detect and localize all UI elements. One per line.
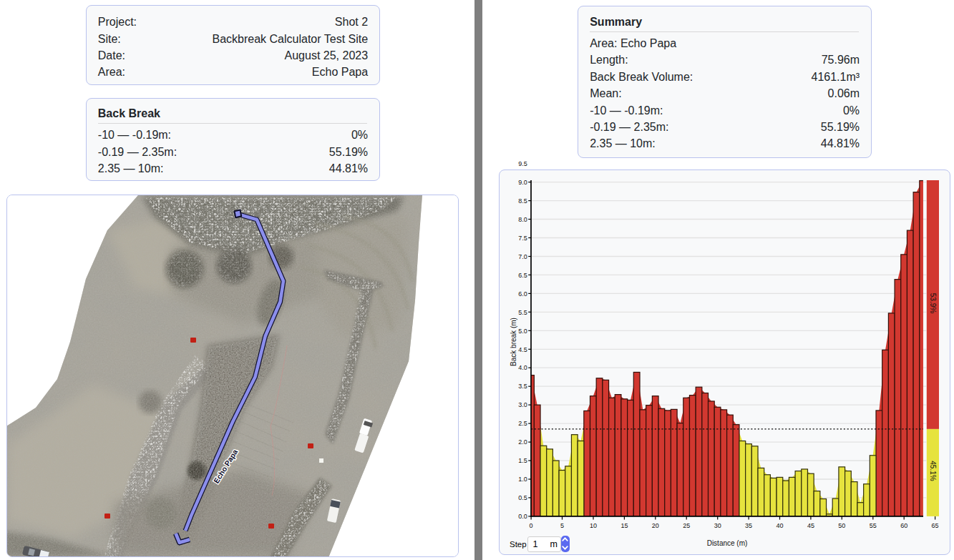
svg-text:35: 35 [745, 522, 752, 529]
svg-text:10: 10 [590, 522, 597, 529]
svg-text:53.9%: 53.9% [929, 293, 937, 313]
svg-text:55: 55 [870, 522, 877, 529]
svg-text:Distance (m): Distance (m) [707, 539, 748, 547]
svg-text:4.0: 4.0 [518, 364, 527, 371]
svg-text:20: 20 [652, 522, 659, 529]
svg-text:65: 65 [932, 522, 939, 529]
svg-text:5: 5 [560, 522, 564, 529]
svg-text:9.0: 9.0 [518, 179, 527, 186]
svg-text:9.5: 9.5 [518, 160, 527, 167]
svg-text:30: 30 [714, 522, 721, 529]
svg-text:4.5: 4.5 [518, 346, 527, 353]
svg-text:45.1%: 45.1% [929, 461, 937, 481]
svg-text:6.0: 6.0 [518, 290, 527, 298]
svg-text:0: 0 [530, 522, 533, 529]
svg-text:15: 15 [620, 522, 628, 529]
svg-text:2.0: 2.0 [518, 438, 527, 446]
svg-text:0.0: 0.0 [518, 513, 527, 520]
svg-text:6.5: 6.5 [518, 272, 527, 279]
svg-text:3.0: 3.0 [518, 401, 527, 408]
svg-text:5.0: 5.0 [518, 328, 527, 335]
svg-text:1.5: 1.5 [518, 457, 527, 464]
svg-text:8.0: 8.0 [518, 216, 527, 223]
svg-text:3.5: 3.5 [518, 383, 527, 390]
svg-text:45: 45 [807, 522, 814, 529]
svg-text:1.0: 1.0 [518, 476, 527, 483]
svg-text:60: 60 [900, 522, 907, 529]
svg-text:25: 25 [683, 522, 690, 529]
svg-text:0.5: 0.5 [518, 494, 527, 501]
svg-text:40: 40 [776, 522, 783, 529]
svg-text:50: 50 [838, 522, 845, 529]
svg-text:8.5: 8.5 [518, 197, 527, 205]
svg-text:7.0: 7.0 [518, 253, 527, 260]
svg-text:2.5: 2.5 [518, 420, 527, 427]
svg-text:7.5: 7.5 [518, 235, 527, 242]
svg-text:5.5: 5.5 [518, 309, 527, 316]
svg-text:Back break (m): Back break (m) [510, 318, 517, 366]
